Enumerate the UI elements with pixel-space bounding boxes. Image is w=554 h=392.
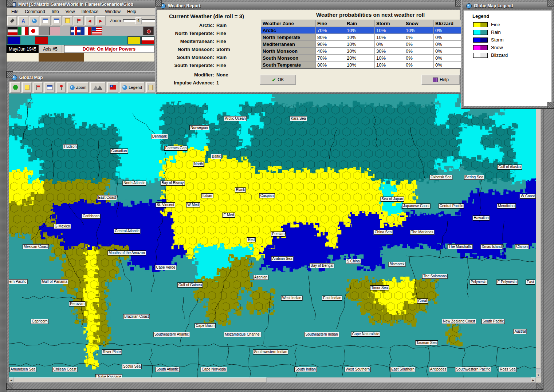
sea-zone-label: West Southern [345, 367, 371, 372]
terrain-view-button[interactable] [90, 82, 106, 93]
legend-item-fine: Fine [473, 22, 551, 27]
menu-item-interface[interactable]: Interface [78, 9, 102, 14]
sea-zone-label: Southwestern Indian [253, 349, 288, 355]
weather-table-zone-cell: Mediterranean [261, 41, 316, 48]
legend-label: Storm [491, 37, 504, 43]
legend-button-label: Legend [129, 85, 142, 90]
weather-table-value-cell: 70% [316, 55, 345, 62]
modifier-label: Modifier: [157, 72, 216, 78]
globe-icon [466, 3, 472, 9]
door-icon [149, 85, 153, 90]
sea-zone-label: River Plate [102, 349, 122, 355]
impulse-advance-value: 1 [216, 80, 219, 86]
weather-table-row[interactable]: Arctic70%10%10%10%0% [261, 27, 462, 34]
weather-table-row[interactable]: South Temperate80%10%10%0%0% [261, 62, 462, 68]
weather-zone-label: Arctic: [157, 23, 216, 28]
legend-button[interactable]: Legend [120, 82, 145, 93]
sea-zone-label: W Med [186, 202, 200, 207]
weather-table-value-cell: 0% [404, 55, 434, 62]
flag-toggle-button[interactable] [34, 82, 43, 93]
weather-table-row[interactable]: Mediterranean90%10%0%0%0% [261, 41, 462, 48]
legend-swatch [473, 30, 488, 35]
legend-item-snow: Snow [473, 45, 551, 50]
weather-zone-label: South Monsoon: [157, 55, 216, 60]
china-flag-button[interactable] [107, 82, 118, 93]
weather-zone-value: Rain [216, 23, 227, 28]
sea-zone-label: West Indian [281, 296, 303, 301]
sea-zone-label: E Polynesia [496, 280, 518, 285]
hexagon-icon [13, 85, 18, 90]
legend-titlebar[interactable]: Globe Map Legend [463, 2, 552, 9]
weather-table-value-cell: 0% [434, 55, 462, 62]
grid-button-1[interactable] [40, 16, 50, 25]
units-button[interactable] [44, 82, 55, 93]
zoom-slider-thumb[interactable]: 4 [135, 17, 142, 24]
text-tool-button[interactable]: A [18, 16, 28, 25]
zoom-slider[interactable]: 4 [123, 19, 155, 22]
impulse-advance-row: Impulse Advance: 1 [157, 79, 219, 87]
globe-button[interactable] [30, 16, 39, 25]
weather-table-value-cell: 0% [404, 41, 434, 48]
weather-table-zone-cell: North Temperate [261, 34, 316, 41]
notes-button[interactable] [63, 16, 72, 25]
menu-item-command[interactable]: Command [21, 9, 48, 14]
power-flags-row [7, 26, 155, 36]
grid-icon [43, 19, 48, 23]
marker-button[interactable] [56, 82, 66, 93]
menu-item-window[interactable]: Window [102, 9, 124, 14]
terrain-button[interactable] [22, 82, 32, 93]
weather-table-value-cell: 30% [375, 48, 404, 55]
legend-body: Legend FineRainStormSnowBlizzard [463, 10, 552, 106]
book-icon [433, 78, 438, 82]
menu-item-view[interactable]: View [62, 9, 78, 14]
weather-table-row[interactable]: South Monsoon70%20%10%0%0% [261, 55, 462, 62]
weather-table-row[interactable]: North Temperate80%10%10%0%0% [261, 34, 462, 41]
dow-status: DOW: On Major Powers [64, 45, 154, 53]
sea-zone-label: Caribbean [82, 214, 101, 219]
weather-table-value-cell: 10% [345, 41, 375, 48]
hammer-button[interactable] [7, 16, 17, 25]
menu-item-file[interactable]: File [8, 9, 21, 14]
chip-red [35, 36, 48, 44]
weather-table-row[interactable]: North Monsoon40%30%30%0%0% [261, 48, 462, 55]
help-button[interactable]: Help [421, 75, 460, 85]
ok-button[interactable]: ✔ OK [260, 75, 296, 85]
weather-zone-value: Fine [216, 63, 226, 68]
sea-zone-label: Mexican Coast [23, 244, 49, 249]
sea-zone-label: East Southern [390, 367, 415, 372]
next-button[interactable]: ▶ [96, 16, 106, 25]
sea-zone-label: Tasman Sea [415, 340, 438, 345]
scroll-right-arrow[interactable]: ▶ [531, 377, 536, 383]
scroll-down-arrow[interactable]: ▼ [536, 373, 541, 377]
sea-zone-label: Azanian [253, 275, 268, 280]
sea-zone-label: Red [247, 237, 256, 242]
status-row: May/Jun 1945 Axis #5 DOW: On Major Power… [7, 45, 154, 53]
legend-heading: Legend [472, 13, 551, 19]
phase-segment [39, 53, 84, 62]
world-map[interactable]: Arctic OceanKara SeaNorwegianDenmarkHuds… [9, 94, 536, 377]
hex-info-button[interactable] [10, 82, 21, 93]
weather-table-header-cell: Snow [404, 20, 434, 27]
weather-report-titlebar[interactable]: Weather Report [157, 2, 460, 9]
scroll-left-arrow[interactable]: ◀ [9, 377, 14, 383]
vertical-scroll-thumb[interactable] [536, 99, 541, 369]
sea-zone-label: Bering Sea [464, 175, 484, 180]
flag-japan [28, 27, 39, 35]
map-zoom-button[interactable]: Zoom [67, 82, 89, 93]
grid-button-2[interactable] [52, 16, 62, 25]
flag-button[interactable] [74, 16, 83, 25]
sea-zone-label: Cape Basin [195, 323, 216, 328]
horizontal-scroll-thumb[interactable] [14, 377, 267, 383]
menu-item-help[interactable]: Help [124, 9, 140, 14]
weather-table-value-cell: 10% [345, 34, 375, 41]
legend-item-blizzard: Blizzard [473, 52, 551, 58]
prev-button[interactable]: ◀ [85, 16, 95, 25]
map-vertical-scrollbar[interactable]: ▲ ▼ [536, 94, 541, 377]
sea-zone-label: Kara Sea [290, 116, 307, 121]
sea-zone-label: Arabian Sea [271, 256, 293, 261]
map-horizontal-scrollbar[interactable]: ◀ ▶ [9, 377, 536, 383]
menu-item-info[interactable]: Info [48, 9, 62, 14]
scrollbar-corner [536, 377, 541, 383]
weather-report-window: Weather Report Current Weather (die roll… [155, 0, 462, 94]
current-weather-row: Mediterranean:Fine [157, 37, 230, 45]
